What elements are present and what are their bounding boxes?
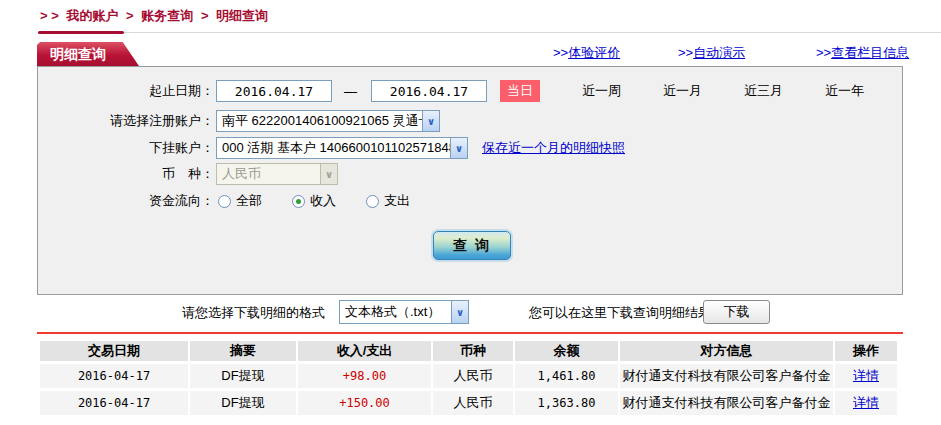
quick-range-year[interactable]: 近一年 xyxy=(825,82,864,100)
link-label[interactable]: 查看栏目信息 xyxy=(831,45,909,60)
flow-option-all-label: 全部 xyxy=(236,192,262,210)
cell-balance: 1,461.80 xyxy=(513,364,618,388)
chevron-down-icon[interactable]: ∨ xyxy=(422,111,439,131)
download-button[interactable]: 下载 xyxy=(703,300,770,324)
sub-account-select[interactable]: 000 活期 基本户 1406600101102571848 ∨ xyxy=(216,137,468,159)
currency-row: 币 种： 人民币 ∨ xyxy=(38,163,892,185)
radio-icon-expense[interactable] xyxy=(366,195,379,208)
link-label[interactable]: 自动演示 xyxy=(693,45,745,60)
register-account-row: 请选择注册账户： 南平 6222001406100921065 灵通卡 ∨ xyxy=(38,110,892,132)
download-format-select[interactable]: 文本格式（.txt） ∨ xyxy=(339,300,469,324)
download-format-label: 请您选择下载明细的格式 xyxy=(182,304,325,322)
chevron-down-icon[interactable]: ∨ xyxy=(450,138,467,158)
query-form-panel: 起止日期： — 当日 近一周 近一月 近三月 近一年 请选择注册账户： 南平 6… xyxy=(37,66,903,295)
breadcrumb-prefix: > > xyxy=(40,8,59,23)
fund-flow-options: 全部 收入 支出 xyxy=(218,192,440,210)
date-to-input[interactable] xyxy=(371,80,487,102)
breadcrumb-separator: > xyxy=(201,8,209,23)
link-label[interactable]: 体验评价 xyxy=(568,45,620,60)
query-button[interactable]: 查 询 xyxy=(433,231,511,260)
table-top-divider xyxy=(37,332,903,334)
flow-option-expense-label: 支出 xyxy=(384,192,410,210)
quick-range-today[interactable]: 当日 xyxy=(500,80,540,102)
link-prefix: >> xyxy=(678,45,693,60)
fund-flow-label: 资金流向： xyxy=(38,192,214,210)
col-header-date: 交易日期 xyxy=(40,341,188,361)
cell-summary: DF提现 xyxy=(188,391,296,415)
breadcrumb-separator: > xyxy=(126,8,134,23)
cell-date: 2016-04-17 xyxy=(40,364,188,388)
date-range-dash: — xyxy=(344,84,357,99)
table-row: 2016-04-17 DF提现 +150.00 人民币 1,363.80 财付通… xyxy=(40,391,897,415)
col-header-summary: 摘要 xyxy=(188,341,296,361)
link-view-column-info[interactable]: >>查看栏目信息 xyxy=(816,44,909,62)
date-from-input[interactable] xyxy=(216,80,332,102)
download-format-value: 文本格式（.txt） xyxy=(340,303,451,321)
detail-link[interactable]: 详情 xyxy=(853,368,879,383)
breadcrumb: > > 我的账户 > 账务查询 > 明细查询 xyxy=(40,7,272,25)
flow-option-expense[interactable]: 支出 xyxy=(366,192,410,210)
page: > > 我的账户 > 账务查询 > 明细查询 明细查询 >>体验评价 >>自动演… xyxy=(0,0,941,425)
tab-title: 明细查询 xyxy=(50,46,106,62)
breadcrumb-item-my-account[interactable]: 我的账户 xyxy=(66,8,118,23)
col-header-currency: 币种 xyxy=(431,341,513,361)
flow-option-all[interactable]: 全部 xyxy=(218,192,262,210)
register-account-select[interactable]: 南平 6222001406100921065 灵通卡 ∨ xyxy=(216,110,440,132)
breadcrumb-item-detail-query[interactable]: 明细查询 xyxy=(216,8,268,23)
quick-range-week[interactable]: 近一周 xyxy=(582,82,621,100)
flow-option-income-label: 收入 xyxy=(310,192,336,210)
table-header-row: 交易日期 摘要 收入/支出 币种 余额 对方信息 操作 xyxy=(40,341,897,361)
cell-counterparty: 财付通支付科技有限公司客户备付金 xyxy=(618,391,833,415)
col-header-balance: 余额 xyxy=(513,341,618,361)
cell-currency: 人民币 xyxy=(431,391,513,415)
link-prefix: >> xyxy=(816,45,831,60)
sub-account-row: 下挂账户： 000 活期 基本户 1406600101102571848 ∨ 保… xyxy=(38,137,892,159)
breadcrumb-item-account-query[interactable]: 账务查询 xyxy=(141,8,193,23)
cell-summary: DF提现 xyxy=(188,364,296,388)
sub-account-label: 下挂账户： xyxy=(38,139,214,157)
date-range-label: 起止日期： xyxy=(38,82,214,100)
breadcrumb-divider-accent xyxy=(38,31,124,34)
save-snapshot-link[interactable]: 保存近一个月的明细快照 xyxy=(482,139,625,157)
table-row: 2016-04-17 DF提现 +98.00 人民币 1,461.80 财付通支… xyxy=(40,364,897,388)
link-experience-rating[interactable]: >>体验评价 xyxy=(553,44,620,62)
link-prefix: >> xyxy=(553,45,568,60)
tab-detail-query: 明细查询 xyxy=(37,42,139,66)
cell-balance: 1,363.80 xyxy=(513,391,618,415)
col-header-amount: 收入/支出 xyxy=(296,341,431,361)
link-auto-demo[interactable]: >>自动演示 xyxy=(678,44,745,62)
col-header-action: 操作 xyxy=(833,341,897,361)
cell-amount: +150.00 xyxy=(296,391,431,415)
currency-label: 币 种： xyxy=(38,165,214,183)
quick-range-quarter[interactable]: 近三月 xyxy=(744,82,783,100)
quick-range-month[interactable]: 近一月 xyxy=(663,82,702,100)
detail-link[interactable]: 详情 xyxy=(853,395,879,410)
register-account-value: 南平 6222001406100921065 灵通卡 xyxy=(217,112,422,130)
chevron-down-icon[interactable]: ∨ xyxy=(451,301,468,323)
col-header-counterparty: 对方信息 xyxy=(618,341,833,361)
cell-amount: +98.00 xyxy=(296,364,431,388)
transaction-table: 交易日期 摘要 收入/支出 币种 余额 对方信息 操作 2016-04-17 D… xyxy=(40,338,897,418)
sub-account-value: 000 活期 基本户 1406600101102571848 xyxy=(217,139,450,157)
download-result-label: 您可以在这里下载查询明细结果 xyxy=(529,304,711,322)
cell-currency: 人民币 xyxy=(431,364,513,388)
flow-option-income[interactable]: 收入 xyxy=(292,192,336,210)
currency-select-disabled: 人民币 ∨ xyxy=(216,163,338,185)
fund-flow-row: 资金流向： 全部 收入 支出 xyxy=(38,190,892,212)
currency-value: 人民币 xyxy=(217,165,320,183)
breadcrumb-divider xyxy=(38,32,941,33)
cell-counterparty: 财付通支付科技有限公司客户备付金 xyxy=(618,364,833,388)
register-account-label: 请选择注册账户： xyxy=(38,112,214,130)
date-range-row: 起止日期： — 当日 近一周 近一月 近三月 近一年 xyxy=(38,80,892,102)
chevron-down-icon: ∨ xyxy=(320,164,337,184)
cell-date: 2016-04-17 xyxy=(40,391,188,415)
radio-icon-income-checked[interactable] xyxy=(292,195,305,208)
download-row: 请您选择下载明细的格式 文本格式（.txt） ∨ 您可以在这里下载查询明细结果 … xyxy=(0,299,941,326)
radio-icon-all[interactable] xyxy=(218,195,231,208)
